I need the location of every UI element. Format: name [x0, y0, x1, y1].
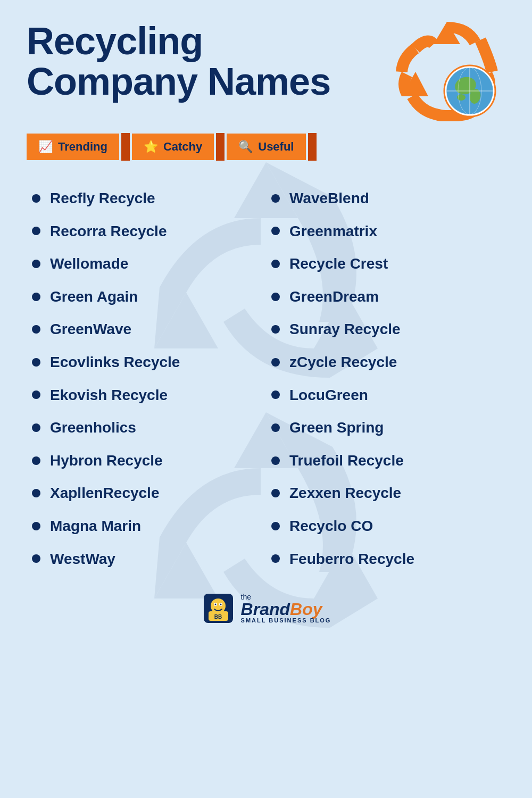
list-item: Feuberro Recycle — [266, 543, 505, 576]
names-section: Recfly Recycle Recorra Recycle Wellomade… — [27, 182, 505, 575]
name-text: Recycle Crest — [289, 255, 388, 273]
list-item: Ekovish Recycle — [27, 379, 266, 412]
list-item: Green Spring — [266, 411, 505, 444]
name-text: Zexxen Recycle — [289, 484, 401, 502]
bullet-icon — [271, 358, 280, 367]
name-text: Recorra Recycle — [50, 222, 167, 240]
page-container: Recycling Company Names — [0, 0, 532, 798]
tag-divider-1 — [121, 133, 130, 161]
name-text: zCycle Recycle — [289, 353, 397, 371]
page-title: Recycling Company Names — [27, 21, 388, 102]
list-item: LocuGreen — [266, 379, 505, 412]
bullet-icon — [271, 456, 280, 465]
bullet-icon — [271, 293, 280, 301]
bullet-icon — [32, 260, 40, 268]
name-text: Recyclo CO — [289, 517, 373, 535]
list-item: Recycle Crest — [266, 247, 505, 280]
list-item: Zexxen Recycle — [266, 477, 505, 510]
list-item: XapllenRecycle — [27, 477, 266, 510]
bullet-icon — [32, 390, 40, 399]
name-text: Wellomade — [50, 255, 128, 273]
right-names-column: WaveBlend Greenmatrix Recycle Crest Gree… — [266, 182, 505, 575]
tag-divider-3 — [308, 133, 317, 161]
catchy-icon: ⭐ — [144, 140, 158, 154]
bullet-icon — [32, 489, 40, 497]
list-item: WaveBlend — [266, 182, 505, 215]
list-item: Magna Marin — [27, 510, 266, 543]
list-item: GreenDream — [266, 280, 505, 313]
footer: BB the BrandBoy SMALL BUSINESS BLOG — [27, 591, 505, 626]
tags-row: 📈 Trending ⭐ Catchy 🔍 Useful — [27, 133, 505, 161]
trending-label: Trending — [58, 140, 107, 154]
name-text: Green Spring — [289, 419, 384, 437]
list-item: Ecovlinks Recycle — [27, 346, 266, 379]
tag-catchy: ⭐ Catchy — [132, 134, 214, 160]
left-names-column: Recfly Recycle Recorra Recycle Wellomade… — [27, 182, 266, 575]
name-text: Magna Marin — [50, 517, 141, 535]
list-item: Greenmatrix — [266, 215, 505, 248]
tag-trending: 📈 Trending — [27, 134, 119, 160]
name-text: Ekovish Recycle — [50, 386, 168, 404]
name-text: GreenDream — [289, 288, 379, 306]
tag-useful: 🔍 Useful — [227, 134, 305, 160]
list-item: Recfly Recycle — [27, 182, 266, 215]
name-text: XapllenRecycle — [50, 484, 159, 502]
catchy-label: Catchy — [163, 140, 202, 154]
list-item: GreenWave — [27, 313, 266, 346]
tag-divider-2 — [216, 133, 225, 161]
bullet-icon — [32, 456, 40, 465]
name-text: Truefoil Recycle — [289, 452, 404, 470]
trending-icon: 📈 — [38, 140, 53, 154]
bullet-icon — [32, 227, 40, 235]
name-text: WaveBlend — [289, 189, 369, 207]
bullet-icon — [32, 293, 40, 301]
bullet-icon — [271, 325, 280, 334]
bullet-icon — [271, 554, 280, 563]
bullet-icon — [32, 358, 40, 367]
name-text: Greenmatrix — [289, 222, 377, 240]
header: Recycling Company Names — [27, 21, 505, 122]
brandbboy-logo: BB the BrandBoy SMALL BUSINESS BLOG — [201, 591, 331, 626]
brand-text: the BrandBoy SMALL BUSINESS BLOG — [241, 593, 331, 624]
mascot-icon: BB — [201, 591, 236, 626]
list-item: Hybron Recycle — [27, 444, 266, 477]
recycle-globe-icon — [388, 16, 505, 122]
bullet-icon — [271, 489, 280, 497]
list-item: WestWay — [27, 543, 266, 576]
brand-sub-text: SMALL BUSINESS BLOG — [241, 618, 331, 624]
svg-point-17 — [220, 604, 221, 605]
bullet-icon — [271, 423, 280, 432]
title-block: Recycling Company Names — [27, 21, 388, 102]
brand-name-text: BrandBoy — [241, 601, 331, 618]
bullet-icon — [32, 554, 40, 563]
list-item: Green Again — [27, 280, 266, 313]
bullet-icon — [271, 390, 280, 399]
useful-icon: 🔍 — [238, 140, 253, 154]
list-item: Wellomade — [27, 247, 266, 280]
list-item: Greenholics — [27, 411, 266, 444]
useful-label: Useful — [258, 140, 294, 154]
title-line2: Company Names — [27, 60, 330, 103]
name-text: Feuberro Recycle — [289, 550, 414, 568]
list-item: Truefoil Recycle — [266, 444, 505, 477]
list-item: zCycle Recycle — [266, 346, 505, 379]
svg-point-16 — [214, 604, 216, 605]
name-text: Greenholics — [50, 419, 136, 437]
name-text: Ecovlinks Recycle — [50, 353, 180, 371]
name-text: Recfly Recycle — [50, 189, 155, 207]
bullet-icon — [271, 260, 280, 268]
list-item: Sunray Recycle — [266, 313, 505, 346]
list-item: Recyclo CO — [266, 510, 505, 543]
name-text: Hybron Recycle — [50, 452, 163, 470]
bullet-icon — [32, 423, 40, 432]
bullet-icon — [32, 194, 40, 203]
name-text: Sunray Recycle — [289, 320, 401, 338]
title-line1: Recycling — [27, 20, 203, 62]
bullet-icon — [32, 325, 40, 334]
svg-text:BB: BB — [214, 614, 221, 620]
bullet-icon — [271, 522, 280, 530]
bullet-icon — [32, 522, 40, 530]
name-text: WestWay — [50, 550, 115, 568]
bullet-icon — [271, 227, 280, 235]
name-text: Green Again — [50, 288, 138, 306]
